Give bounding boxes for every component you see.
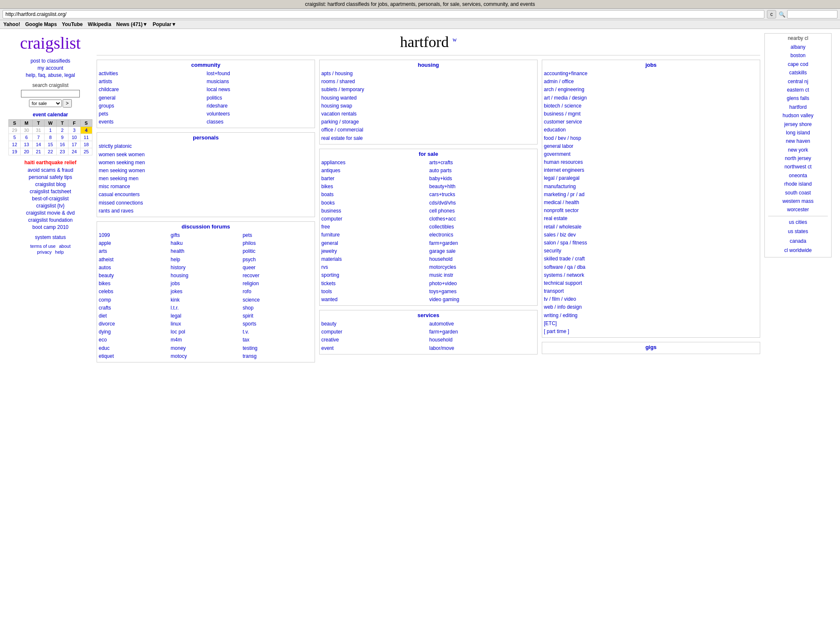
- forum-link[interactable]: testing: [243, 344, 313, 352]
- jobs-link[interactable]: marketing / pr / ad: [544, 191, 758, 199]
- bookmark-wikipedia[interactable]: Wikipedia: [88, 21, 111, 27]
- jobs-link[interactable]: arch / engineering: [544, 86, 758, 94]
- forum-link[interactable]: celebs: [99, 288, 169, 296]
- cal-day[interactable]: 8: [45, 134, 56, 141]
- forum-link[interactable]: queer: [243, 264, 313, 272]
- cal-day[interactable]: 7: [32, 134, 44, 141]
- forum-link[interactable]: shop: [243, 304, 313, 312]
- extra-link-avoid-scams-&-fraud[interactable]: avoid scams & fraud: [8, 167, 92, 173]
- extra-link-craigslist-factsheet[interactable]: craigslist factsheet: [8, 189, 92, 194]
- forsale-link[interactable]: arts+crafts: [429, 159, 536, 167]
- forum-link[interactable]: comp: [99, 296, 169, 304]
- forsale-link[interactable]: garage sale: [429, 247, 536, 255]
- search-button[interactable]: >: [63, 99, 71, 108]
- nearby-city-link[interactable]: eastern ct: [768, 86, 828, 94]
- forsale-link[interactable]: antiques: [321, 167, 428, 175]
- forum-link[interactable]: dying: [99, 328, 169, 336]
- forum-link[interactable]: rofo: [243, 288, 313, 296]
- forum-link[interactable]: money: [171, 344, 241, 352]
- forum-link[interactable]: bikes: [99, 280, 169, 288]
- nearby-section-link[interactable]: us cities: [768, 218, 828, 226]
- jobs-link[interactable]: business / mgmt: [544, 110, 758, 118]
- services-link[interactable]: farm+garden: [429, 328, 536, 336]
- forsale-link[interactable]: barter: [321, 175, 428, 183]
- nearby-city-link[interactable]: catskills: [768, 68, 828, 77]
- nearby-city-link[interactable]: south coast: [768, 189, 828, 197]
- city-subtitle[interactable]: w: [452, 37, 457, 43]
- forum-link[interactable]: autos: [99, 264, 169, 272]
- forsale-link[interactable]: wanted: [321, 296, 428, 304]
- cal-day[interactable]: 30: [21, 127, 32, 134]
- forsale-link[interactable]: toys+games: [429, 288, 536, 296]
- jobs-link[interactable]: accounting+finance: [544, 70, 758, 78]
- jobs-link[interactable]: tv / film / video: [544, 295, 758, 303]
- forsale-link[interactable]: free: [321, 223, 428, 231]
- forsale-link[interactable]: cds/dvd/vhs: [429, 199, 536, 207]
- housing-link[interactable]: sublets / temporary: [321, 86, 536, 94]
- nearby-city-link[interactable]: oneonta: [768, 171, 828, 180]
- personals-link[interactable]: missed connections: [99, 199, 313, 207]
- nearby-city-link[interactable]: boston: [768, 51, 828, 60]
- housing-link[interactable]: housing swap: [321, 102, 536, 110]
- forum-link[interactable]: crafts: [99, 304, 169, 312]
- personals-link[interactable]: men seeking men: [99, 175, 313, 183]
- community-link[interactable]: pets: [99, 110, 205, 118]
- forsale-link[interactable]: general: [321, 239, 428, 247]
- cal-day[interactable]: 22: [45, 148, 56, 155]
- personals-link[interactable]: casual encounters: [99, 191, 313, 199]
- forum-link[interactable]: legal: [171, 312, 241, 320]
- forsale-link[interactable]: beauty+hlth: [429, 183, 536, 191]
- nearby-section-link[interactable]: cl worldwide: [768, 246, 828, 255]
- forum-link[interactable]: educ: [99, 344, 169, 352]
- forsale-link[interactable]: household: [429, 255, 536, 263]
- cal-day[interactable]: 10: [68, 134, 80, 141]
- nearby-city-link[interactable]: jersey shore: [768, 120, 828, 129]
- forsale-link[interactable]: tools: [321, 288, 428, 296]
- forsale-link[interactable]: materials: [321, 255, 428, 263]
- nearby-city-link[interactable]: hartford: [768, 103, 828, 111]
- jobs-link[interactable]: retail / wholesale: [544, 223, 758, 231]
- jobs-link[interactable]: web / info design: [544, 303, 758, 311]
- community-link[interactable]: volunteers: [207, 110, 313, 118]
- bookmark-news-(471)▼[interactable]: News (471)▼: [116, 21, 148, 27]
- cal-day[interactable]: 24: [68, 148, 80, 155]
- nearby-section-link[interactable]: canada: [768, 237, 828, 245]
- community-link[interactable]: childcare: [99, 86, 205, 94]
- forsale-link[interactable]: bikes: [321, 183, 428, 191]
- community-link[interactable]: local news: [207, 86, 313, 94]
- forum-link[interactable]: t.v.: [243, 328, 313, 336]
- forum-link[interactable]: divorce: [99, 320, 169, 328]
- forum-link[interactable]: science: [243, 296, 313, 304]
- nearby-city-link[interactable]: long island: [768, 129, 828, 137]
- forsale-link[interactable]: clothes+acc: [429, 215, 536, 223]
- privacy-link[interactable]: privacy: [37, 249, 52, 255]
- forsale-link[interactable]: computer: [321, 215, 428, 223]
- housing-link[interactable]: parking / storage: [321, 118, 536, 126]
- cal-day[interactable]: 9: [56, 134, 68, 141]
- personals-link[interactable]: women seeking men: [99, 159, 313, 167]
- housing-link[interactable]: office / commercial: [321, 126, 536, 134]
- forum-link[interactable]: motocy: [171, 352, 241, 360]
- housing-link[interactable]: housing wanted: [321, 94, 536, 102]
- forum-link[interactable]: psych: [243, 256, 313, 264]
- forsale-link[interactable]: music instr: [429, 271, 536, 279]
- forsale-link[interactable]: rvs: [321, 263, 428, 271]
- forum-link[interactable]: linux: [171, 320, 241, 328]
- forum-link[interactable]: recover: [243, 272, 313, 280]
- forsale-link[interactable]: books: [321, 199, 428, 207]
- nearby-city-link[interactable]: worcester: [768, 205, 828, 214]
- forsale-link[interactable]: tickets: [321, 280, 428, 288]
- jobs-link[interactable]: art / media / design: [544, 94, 758, 102]
- nearby-city-link[interactable]: rhode island: [768, 180, 828, 188]
- jobs-link[interactable]: internet engineers: [544, 166, 758, 174]
- jobs-link[interactable]: education: [544, 126, 758, 134]
- cal-day[interactable]: 18: [80, 141, 92, 148]
- sidebar-link-my-account[interactable]: my account: [8, 65, 92, 71]
- personals-link[interactable]: men seeking women: [99, 167, 313, 175]
- nearby-city-link[interactable]: cape cod: [768, 60, 828, 68]
- forum-link[interactable]: gifts: [171, 231, 241, 239]
- forsale-link[interactable]: baby+kids: [429, 175, 536, 183]
- services-link[interactable]: household: [429, 336, 536, 344]
- jobs-link[interactable]: technical support: [544, 279, 758, 287]
- extra-link-boot-camp-2010[interactable]: boot camp 2010: [8, 224, 92, 230]
